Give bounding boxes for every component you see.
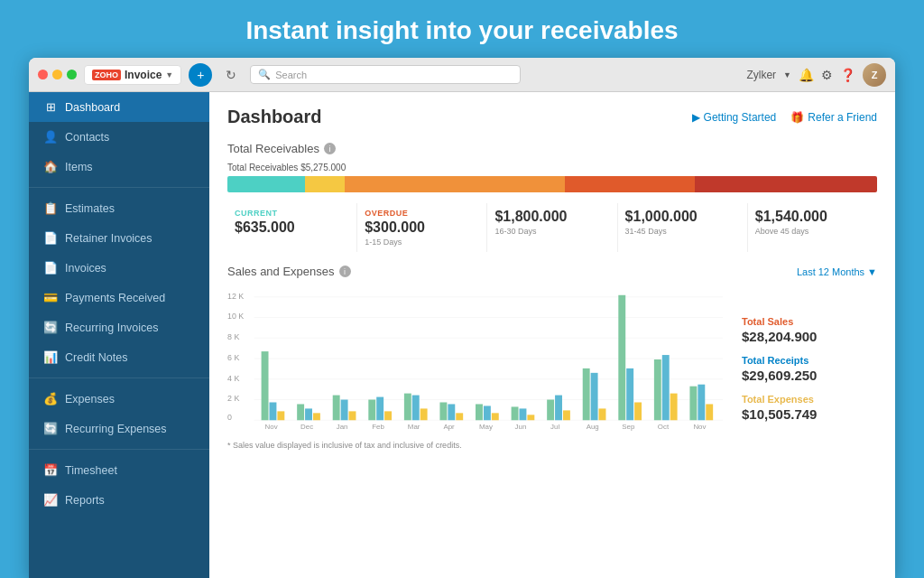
user-name[interactable]: Zylker xyxy=(746,69,776,81)
expenses-icon: 💰 xyxy=(43,392,58,406)
sales-info-icon[interactable]: i xyxy=(339,266,351,277)
sidebar-item-retainer-invoices[interactable]: 📄 Retainer Invoices xyxy=(29,223,209,253)
chart-area: 12 K 10 K 8 K 6 K 4 K 2 K 0 xyxy=(227,287,877,450)
sidebar-item-timesheet[interactable]: 📅 Timesheet xyxy=(29,455,209,485)
svg-rect-33 xyxy=(484,406,491,420)
legend-receipts: Total Receipts $29,609.250 xyxy=(742,355,877,383)
sidebar-item-payments-received[interactable]: 💳 Payments Received xyxy=(29,283,209,312)
overdue-days-1: 1-15 Days xyxy=(365,238,479,247)
getting-started-label: Getting Started xyxy=(704,111,777,124)
sidebar-item-reports[interactable]: 📈 Reports xyxy=(29,485,209,515)
svg-text:2016: 2016 xyxy=(337,430,353,432)
main-content: Dashboard ▶ Getting Started 🎁 Refer a Fr… xyxy=(209,92,895,578)
svg-text:2016: 2016 xyxy=(443,430,459,432)
recurring-expenses-icon: 🔄 xyxy=(43,422,58,435)
retainer-icon: 📄 xyxy=(43,231,58,245)
overdue-amount-4: $1,540.000 xyxy=(755,209,870,225)
page-title: Dashboard xyxy=(227,107,321,127)
chart-note: * Sales value displayed is inclusive of … xyxy=(227,441,727,450)
recurring-invoices-icon: 🔄 xyxy=(43,321,58,334)
getting-started-button[interactable]: ▶ Getting Started xyxy=(692,111,777,124)
dot-yellow[interactable] xyxy=(52,70,62,79)
svg-rect-15 xyxy=(269,402,276,420)
page-header: Dashboard ▶ Getting Started 🎁 Refer a Fr… xyxy=(227,107,877,127)
receivable-overdue-2: $1,800.000 16-30 Days xyxy=(487,203,617,252)
timesheet-icon: 📅 xyxy=(43,463,58,477)
svg-rect-25 xyxy=(384,411,392,420)
receivables-info-icon[interactable]: i xyxy=(324,143,336,154)
filter-dropdown[interactable]: Last 12 Months ▼ xyxy=(797,266,877,277)
sidebar-label-expenses: Expenses xyxy=(65,393,115,406)
sidebar-item-estimates[interactable]: 📋 Estimates xyxy=(29,193,209,223)
svg-rect-49 xyxy=(670,394,678,421)
svg-rect-39 xyxy=(555,396,562,421)
svg-text:2016: 2016 xyxy=(658,430,674,432)
legend-receipts-label: Total Receipts xyxy=(742,355,877,366)
filter-label: Last 12 Months xyxy=(797,266,864,277)
payments-icon: 💳 xyxy=(43,291,58,304)
sidebar-item-invoices[interactable]: 📄 Invoices xyxy=(29,253,209,283)
sidebar-divider-2 xyxy=(29,378,209,378)
svg-rect-45 xyxy=(626,368,633,420)
legend-sales: Total Sales $28,204.900 xyxy=(742,316,877,344)
sales-label: Sales and Expenses xyxy=(227,265,335,278)
help-icon[interactable]: ❓ xyxy=(840,68,855,82)
receivables-label: Total Receivables xyxy=(227,142,319,155)
receivable-overdue-1: OVERDUE $300.000 1-15 Days xyxy=(357,203,487,252)
contacts-icon: 👤 xyxy=(43,130,58,144)
svg-rect-24 xyxy=(376,397,383,421)
dot-green[interactable] xyxy=(67,70,77,79)
svg-rect-30 xyxy=(448,404,455,420)
reports-icon: 📈 xyxy=(43,493,58,507)
sidebar-item-recurring-expenses[interactable]: 🔄 Recurring Expenses xyxy=(29,414,209,443)
current-label: CURRENT xyxy=(235,209,349,218)
notification-icon[interactable]: 🔔 xyxy=(799,68,814,82)
app-logo[interactable]: ZOHO Invoice ▼ xyxy=(84,65,181,85)
sidebar-item-dashboard[interactable]: ⊞ Dashboard xyxy=(29,92,209,122)
search-bar[interactable]: 🔍 Search xyxy=(250,65,521,84)
svg-rect-48 xyxy=(662,355,670,420)
svg-text:2016: 2016 xyxy=(479,430,495,432)
sidebar-item-recurring-invoices[interactable]: 🔄 Recurring Invoices xyxy=(29,312,209,342)
avatar[interactable]: Z xyxy=(863,63,886,87)
svg-rect-14 xyxy=(262,351,269,420)
sidebar-label-contacts: Contacts xyxy=(65,131,109,144)
svg-rect-29 xyxy=(439,402,447,420)
sidebar-item-expenses[interactable]: 💰 Expenses xyxy=(29,384,209,414)
dashboard-icon: ⊞ xyxy=(43,100,58,114)
overdue-label-1: OVERDUE xyxy=(365,209,479,218)
svg-rect-22 xyxy=(349,411,356,420)
sidebar-label-payments: Payments Received xyxy=(65,292,165,304)
chart-legend: Total Sales $28,204.900 Total Receipts $… xyxy=(742,287,877,450)
dot-red[interactable] xyxy=(38,70,48,79)
sidebar-label-credit-notes: Credit Notes xyxy=(65,351,127,364)
sales-header: Sales and Expenses i Last 12 Months ▼ xyxy=(227,265,877,278)
headline: Instant insight into your receivables xyxy=(245,0,678,58)
legend-expenses-value: $10,505.749 xyxy=(742,406,877,422)
sidebar-item-contacts[interactable]: 👤 Contacts xyxy=(29,122,209,152)
receivables-cols: CURRENT $635.000 OVERDUE $300.000 1-15 D… xyxy=(227,203,877,252)
svg-text:8 K: 8 K xyxy=(227,332,239,341)
svg-text:4 K: 4 K xyxy=(227,374,239,383)
overdue-amount-2: $1,800.000 xyxy=(494,209,609,225)
bar-segment-teal xyxy=(227,176,305,192)
credit-notes-icon: 📊 xyxy=(43,350,58,364)
refer-friend-button[interactable]: 🎁 Refer a Friend xyxy=(790,111,877,124)
sidebar-item-items[interactable]: 🏠 Items xyxy=(29,152,209,182)
svg-rect-17 xyxy=(297,404,304,420)
legend-expenses-label: Total Expenses xyxy=(742,394,877,405)
nav-refresh-button[interactable]: ↻ xyxy=(219,63,243,87)
svg-text:2016: 2016 xyxy=(693,430,709,432)
svg-text:2015: 2015 xyxy=(300,430,317,432)
svg-rect-50 xyxy=(689,387,697,421)
browser-window: ZOHO Invoice ▼ + ↻ 🔍 Search Zylker ▼ 🔔 ⚙… xyxy=(29,58,895,578)
svg-text:2016: 2016 xyxy=(550,430,567,432)
bar-segment-red xyxy=(695,176,877,192)
sidebar-item-credit-notes[interactable]: 📊 Credit Notes xyxy=(29,342,209,372)
nav-plus-button[interactable]: + xyxy=(189,63,212,87)
sidebar-label-recurring-invoices: Recurring Invoices xyxy=(65,322,159,334)
settings-icon[interactable]: ⚙ xyxy=(821,68,833,82)
chart-svg: 12 K 10 K 8 K 6 K 4 K 2 K 0 xyxy=(227,287,727,432)
sidebar-label-items: Items xyxy=(65,161,93,173)
items-icon: 🏠 xyxy=(43,160,58,173)
